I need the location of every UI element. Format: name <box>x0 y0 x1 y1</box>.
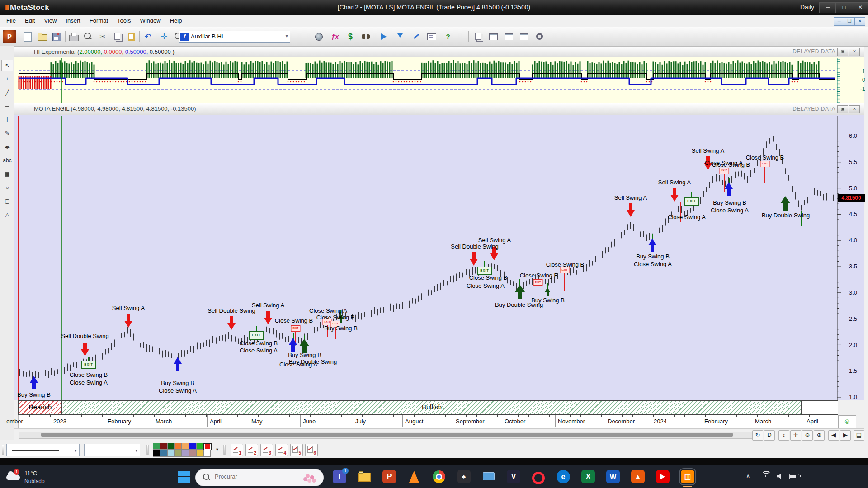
refresh-button[interactable]: ↻ <box>752 430 763 441</box>
undo-button[interactable]: ↶ <box>142 31 154 42</box>
color-swatch[interactable] <box>203 450 211 457</box>
grid-tool[interactable]: ▦ <box>1 168 13 180</box>
chart-scrollbar-thumb[interactable] <box>41 433 733 437</box>
zoom-out-button[interactable]: ⊖ <box>802 430 813 441</box>
indicator-builder-button[interactable]: ƒx <box>329 31 341 42</box>
search-input[interactable] <box>214 473 283 480</box>
color-swatch[interactable] <box>189 443 196 450</box>
toolbar-grip[interactable] <box>2 445 4 455</box>
mdi-close-button[interactable]: ✕ <box>854 17 865 26</box>
color-swatch[interactable] <box>160 443 167 450</box>
taskbar-app-vlc[interactable] <box>407 470 421 483</box>
taskbar-app-teams[interactable]: T1 <box>333 470 346 483</box>
color-swatch[interactable] <box>160 450 167 457</box>
indicator-panel-header[interactable]: HI Experimental (2.00000, 0.0000, 0.5000… <box>14 46 864 58</box>
chart-scrollbar[interactable] <box>19 432 757 439</box>
plot-tool-button[interactable] <box>410 31 422 42</box>
taskbar-app-powerpoint[interactable]: P <box>382 470 396 483</box>
battery-icon[interactable] <box>789 474 799 479</box>
taskbar-app-youtube[interactable] <box>656 470 670 483</box>
menu-file[interactable]: File <box>2 15 20 26</box>
power-console-button[interactable]: P <box>3 30 16 43</box>
taskbar-app-excel[interactable]: X <box>581 470 595 483</box>
settings-button[interactable] <box>533 31 545 42</box>
cut-button[interactable]: ✂ <box>97 31 108 42</box>
explorer-button[interactable] <box>313 31 325 42</box>
taskbar-app-v-app[interactable]: V <box>507 470 520 483</box>
open-button[interactable] <box>36 31 48 42</box>
tile-horizontal-button[interactable] <box>487 31 499 42</box>
context-help-button[interactable]: ? <box>442 31 454 42</box>
forecaster-button[interactable] <box>378 31 390 42</box>
menu-tools[interactable]: Tools <box>113 15 135 26</box>
save-button[interactable] <box>51 31 62 42</box>
tray-expand-icon[interactable]: ∧ <box>746 473 750 479</box>
panel-close-button[interactable]: ✕ <box>849 48 860 56</box>
template-button-3[interactable]: 3 <box>260 444 273 456</box>
taskbar-app-flame-app[interactable]: ▲ <box>631 470 645 483</box>
text-cursor-tool[interactable]: I <box>1 114 13 126</box>
palette-more-button[interactable]: ▼ <box>215 447 219 452</box>
taskbar-app-monitor-app[interactable] <box>482 470 495 483</box>
taskbar-app-file-explorer[interactable] <box>358 470 371 483</box>
downloader-button[interactable] <box>394 31 406 42</box>
start-button[interactable] <box>177 470 191 483</box>
line-style-combo[interactable]: ▾ <box>6 444 80 456</box>
color-swatch[interactable] <box>153 450 160 457</box>
taskbar-app-opera[interactable] <box>532 470 545 483</box>
arrange-icons-button[interactable] <box>518 31 530 42</box>
mdi-restore-button[interactable]: ❏ <box>844 17 855 26</box>
template-button-2[interactable]: 2 <box>245 444 258 456</box>
copy-button[interactable] <box>111 31 123 42</box>
menu-view[interactable]: View <box>39 15 61 26</box>
data-window-button[interactable]: ▤ <box>854 430 864 441</box>
expert-advisor-button[interactable]: $ <box>344 31 356 42</box>
line-weight-combo[interactable]: ▾ <box>84 444 140 456</box>
color-swatch[interactable] <box>203 443 212 450</box>
weather-widget[interactable]: 1 11°C Nublado <box>6 468 61 486</box>
toolbar-grip[interactable] <box>223 445 226 455</box>
color-swatch[interactable] <box>167 450 175 457</box>
scroll-right-button[interactable]: ▶ <box>840 430 851 441</box>
tile-vertical-button[interactable] <box>503 31 514 42</box>
cascade-windows-button[interactable] <box>472 31 484 42</box>
color-swatch[interactable] <box>189 450 196 457</box>
template-button-5[interactable]: 5 <box>290 444 303 456</box>
color-swatch[interactable] <box>175 443 182 450</box>
volume-icon[interactable] <box>777 474 783 479</box>
new-chart-button[interactable] <box>22 31 33 42</box>
system-tester-button[interactable] <box>360 31 372 42</box>
crosshair-button[interactable]: ✛ <box>158 31 170 42</box>
minimize-button[interactable]: ─ <box>819 2 836 13</box>
pan-button[interactable]: ✛ <box>790 430 801 441</box>
triangle-tool[interactable]: △ <box>1 209 13 221</box>
maximize-button[interactable]: □ <box>835 2 853 13</box>
menu-format[interactable]: Format <box>85 15 113 26</box>
smiley-icon[interactable]: ☺ <box>838 415 856 428</box>
color-swatch[interactable] <box>196 450 203 457</box>
taskbar-app-metastock-active[interactable]: ▥ <box>681 470 694 483</box>
color-swatch[interactable] <box>175 450 182 457</box>
toolbar-grip[interactable] <box>146 445 149 455</box>
ellipse-tool[interactable]: ○ <box>1 182 13 193</box>
close-button[interactable]: ✕ <box>852 2 868 13</box>
template-button-1[interactable]: 1 <box>231 444 243 456</box>
color-swatch[interactable] <box>153 443 160 450</box>
panel-restore-button[interactable]: ▣ <box>837 105 848 113</box>
taskbar-app-word[interactable]: W <box>606 470 620 483</box>
menu-insert[interactable]: Insert <box>61 15 85 26</box>
color-swatch[interactable] <box>167 443 175 450</box>
pencil-tool[interactable]: ✎ <box>1 127 13 139</box>
print-preview-button[interactable] <box>81 31 93 42</box>
vertical-scale-button[interactable]: ↕ <box>778 430 789 441</box>
indicator-combo[interactable]: f Auxiliar B HI ▾ <box>179 31 290 43</box>
paste-button[interactable] <box>126 31 137 42</box>
menu-edit[interactable]: Edit <box>20 15 39 26</box>
color-swatch[interactable] <box>182 443 189 450</box>
taskbar-app-chrome[interactable] <box>432 470 446 483</box>
taskbar-app-edge[interactable]: e <box>557 470 570 483</box>
text-tool[interactable]: abc <box>1 155 13 166</box>
menu-help[interactable]: Help <box>165 15 187 26</box>
price-panel-header[interactable]: MOTA ENGIL (4.98000, 4.98000, 4.81500, 4… <box>14 103 864 116</box>
search-box[interactable] <box>195 469 324 486</box>
